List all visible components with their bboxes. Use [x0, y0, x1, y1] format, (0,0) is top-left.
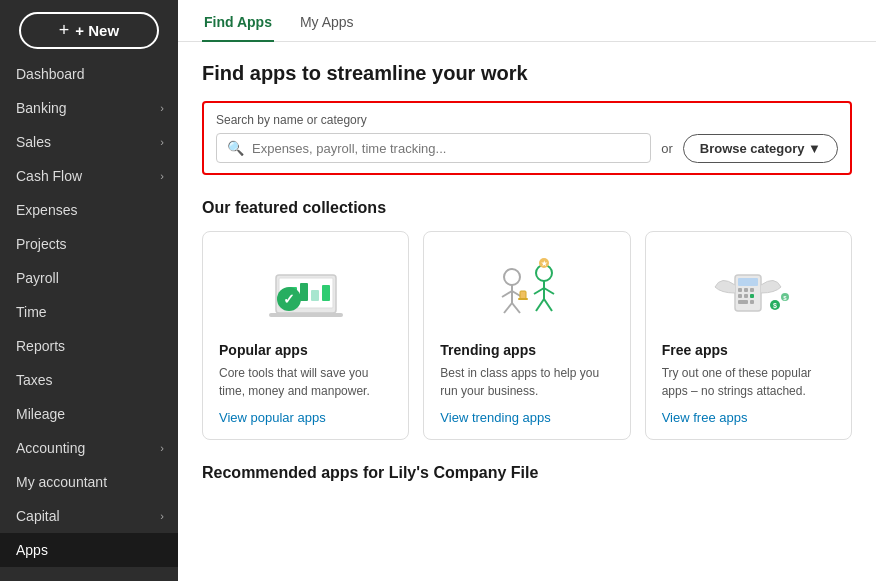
svg-point-9: [504, 269, 520, 285]
sidebar-item-banking[interactable]: Banking ›: [0, 91, 178, 125]
svg-line-14: [512, 303, 520, 313]
sidebar-item-label: Apps: [16, 542, 48, 558]
popular-apps-desc: Core tools that will save you time, mone…: [219, 364, 392, 400]
sidebar-item-label: Sales: [16, 134, 51, 150]
sidebar-item-payroll[interactable]: Payroll: [0, 261, 178, 295]
chevron-right-icon: ›: [160, 510, 164, 522]
sidebar-item-label: Banking: [16, 100, 67, 116]
sidebar-item-time[interactable]: Time: [0, 295, 178, 329]
svg-rect-33: [738, 300, 748, 304]
free-apps-desc: Try out one of these popular apps – no s…: [662, 364, 835, 400]
chevron-right-icon: ›: [160, 170, 164, 182]
sidebar-item-label: Taxes: [16, 372, 53, 388]
svg-rect-28: [744, 288, 748, 292]
svg-rect-29: [750, 288, 754, 292]
new-button-label: + New: [75, 22, 119, 39]
trending-apps-desc: Best in class apps to help you run your …: [440, 364, 613, 400]
card-popular-apps: ✓ Popular apps Core tools that will save…: [202, 231, 409, 440]
chevron-right-icon: ›: [160, 136, 164, 148]
svg-rect-16: [518, 298, 528, 300]
sidebar-item-label: Dashboard: [16, 66, 85, 82]
svg-rect-4: [300, 283, 308, 301]
popular-apps-title: Popular apps: [219, 342, 392, 358]
tab-find-apps[interactable]: Find Apps: [202, 0, 274, 42]
search-row: 🔍 or Browse category ▼: [216, 133, 838, 163]
sidebar-item-apps[interactable]: Apps: [0, 533, 178, 567]
svg-rect-27: [738, 288, 742, 292]
popular-apps-illustration: ✓: [219, 250, 392, 330]
svg-rect-6: [322, 285, 330, 301]
trending-apps-svg: ★: [482, 255, 572, 325]
search-input[interactable]: [252, 141, 640, 156]
or-text: or: [661, 141, 673, 156]
svg-line-11: [502, 291, 512, 297]
svg-text:★: ★: [541, 260, 548, 267]
search-icon: 🔍: [227, 140, 244, 156]
card-trending-apps: ★ Trending apps Best in class apps to he…: [423, 231, 630, 440]
svg-rect-32: [750, 294, 754, 298]
sidebar-item-mileage[interactable]: Mileage: [0, 397, 178, 431]
sidebar-item-projects[interactable]: Projects: [0, 227, 178, 261]
view-popular-apps-link[interactable]: View popular apps: [219, 410, 392, 425]
chevron-right-icon: ›: [160, 442, 164, 454]
sidebar-item-dashboard[interactable]: Dashboard: [0, 57, 178, 91]
view-free-apps-link[interactable]: View free apps: [662, 410, 835, 425]
svg-line-20: [544, 288, 554, 294]
sidebar-item-accounting[interactable]: Accounting ›: [0, 431, 178, 465]
chevron-right-icon: ›: [160, 102, 164, 114]
sidebar-item-sales[interactable]: Sales ›: [0, 125, 178, 159]
sidebar-item-label: Reports: [16, 338, 65, 354]
card-free-apps: $ $ Free apps Try out one of these popul…: [645, 231, 852, 440]
svg-rect-5: [311, 290, 319, 301]
sidebar-item-label: Time: [16, 304, 47, 320]
free-apps-illustration: $ $: [662, 250, 835, 330]
tabs-bar: Find Apps My Apps: [178, 0, 876, 42]
svg-text:✓: ✓: [283, 291, 295, 307]
sidebar-item-capital[interactable]: Capital ›: [0, 499, 178, 533]
collections-grid: ✓ Popular apps Core tools that will save…: [202, 231, 852, 440]
sidebar-item-cashflow[interactable]: Cash Flow ›: [0, 159, 178, 193]
trending-apps-illustration: ★: [440, 250, 613, 330]
sidebar: + + New Dashboard Banking › Sales › Cash…: [0, 0, 178, 581]
svg-line-21: [536, 299, 544, 311]
svg-line-19: [534, 288, 544, 294]
free-apps-svg: $ $: [703, 255, 793, 325]
browse-category-button[interactable]: Browse category ▼: [683, 134, 838, 163]
svg-rect-30: [738, 294, 742, 298]
svg-rect-26: [738, 278, 758, 286]
sidebar-item-reports[interactable]: Reports: [0, 329, 178, 363]
sidebar-item-label: Capital: [16, 508, 60, 524]
svg-rect-2: [269, 313, 343, 317]
popular-apps-svg: ✓: [261, 255, 351, 325]
tab-my-apps[interactable]: My Apps: [298, 0, 356, 42]
main-content: Find Apps My Apps Find apps to streamlin…: [178, 0, 876, 581]
sidebar-item-label: Payroll: [16, 270, 59, 286]
sidebar-item-myaccountant[interactable]: My accountant: [0, 465, 178, 499]
svg-rect-31: [744, 294, 748, 298]
new-button[interactable]: + + New: [19, 12, 159, 49]
sidebar-item-label: Mileage: [16, 406, 65, 422]
svg-text:$: $: [773, 302, 777, 310]
sidebar-item-taxes[interactable]: Taxes: [0, 363, 178, 397]
sidebar-item-label: Cash Flow: [16, 168, 82, 184]
search-label: Search by name or category: [216, 113, 838, 127]
search-input-wrap: 🔍: [216, 133, 651, 163]
search-box-wrapper: Search by name or category 🔍 or Browse c…: [202, 101, 852, 175]
sidebar-item-expenses[interactable]: Expenses: [0, 193, 178, 227]
free-apps-title: Free apps: [662, 342, 835, 358]
sidebar-item-label: My accountant: [16, 474, 107, 490]
svg-line-13: [504, 303, 512, 313]
svg-rect-34: [750, 300, 754, 304]
view-trending-apps-link[interactable]: View trending apps: [440, 410, 613, 425]
sidebar-item-label: Accounting: [16, 440, 85, 456]
featured-collections-title: Our featured collections: [202, 199, 852, 217]
trending-apps-title: Trending apps: [440, 342, 613, 358]
sidebar-item-label: Expenses: [16, 202, 77, 218]
find-apps-title: Find apps to streamline your work: [202, 62, 852, 85]
recommended-title: Recommended apps for Lily's Company File: [202, 464, 852, 482]
plus-icon: +: [59, 20, 70, 41]
content-area: Find apps to streamline your work Search…: [178, 42, 876, 502]
sidebar-item-label: Projects: [16, 236, 67, 252]
svg-line-22: [544, 299, 552, 311]
svg-rect-15: [520, 291, 526, 299]
